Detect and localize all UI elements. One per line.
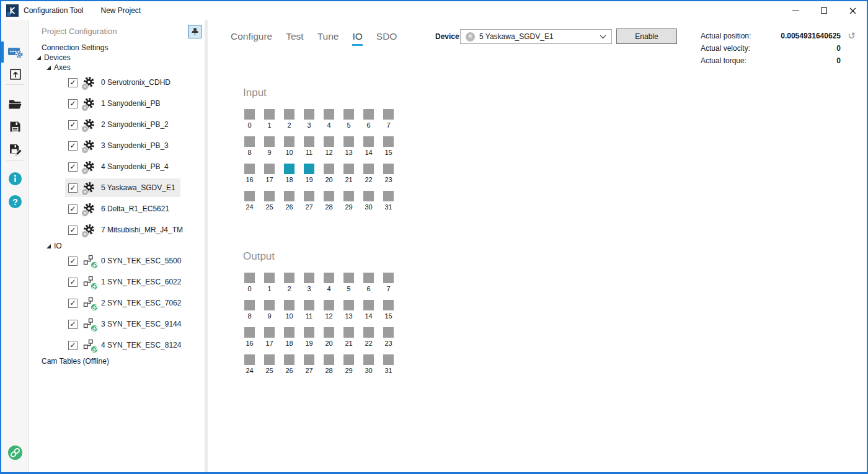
tree-group-io[interactable]: IO — [46, 241, 62, 251]
output-bit-23-indicator[interactable] — [383, 327, 394, 338]
checkbox[interactable]: ✓ — [68, 341, 78, 350]
output-bit-24-indicator[interactable] — [244, 354, 255, 365]
pin-panel-button[interactable] — [188, 25, 202, 38]
tree-item-io-1[interactable]: ✓1 SYN_TEK_ESC_6022 — [65, 273, 180, 291]
checkbox[interactable]: ✓ — [68, 257, 78, 266]
collapse-expander-icon[interactable] — [37, 56, 41, 60]
checkbox[interactable]: ✓ — [68, 162, 78, 172]
tree-item-axis-3[interactable]: ✓×3 Sanyodenki_PB_3 — [65, 136, 180, 155]
tree-item-axis-1[interactable]: ✓×1 Sanyodenki_PB — [65, 94, 180, 113]
checkbox[interactable]: ✓ — [68, 78, 78, 87]
tree-item-io-3[interactable]: ✓3 SYN_TEK_ESC_9144 — [65, 315, 180, 333]
output-bit-19-indicator[interactable] — [304, 327, 314, 338]
output-bit-31-indicator[interactable] — [383, 354, 394, 365]
checkbox[interactable]: ✓ — [68, 226, 78, 235]
checkbox[interactable]: ✓ — [68, 99, 78, 108]
input-bit-27-indicator — [304, 191, 314, 201]
tree-item-io-0[interactable]: ✓0 SYN_TEK_ESC_5500 — [65, 252, 180, 270]
tree-item-axis-0[interactable]: ✓×0 Servotronix_CDHD — [65, 73, 180, 92]
tree-item-cam-tables[interactable]: Cam Tables (Offline) — [42, 356, 109, 366]
checkbox[interactable]: ✓ — [68, 204, 78, 214]
collapse-expander-icon[interactable] — [46, 66, 51, 70]
menu-new-project[interactable]: New Project — [97, 6, 145, 15]
input-bit-30-label: 30 — [363, 203, 374, 211]
output-bit-29-indicator[interactable] — [343, 354, 354, 365]
save-project-as-button[interactable] — [4, 140, 27, 160]
minimize-button[interactable] — [781, 1, 810, 20]
output-bit-20-indicator[interactable] — [324, 327, 334, 338]
input-bit-18-label: 18 — [284, 176, 294, 184]
output-bit-5-indicator[interactable] — [343, 273, 354, 283]
tab-test[interactable]: Test — [286, 31, 303, 46]
output-bit-14-indicator[interactable] — [363, 300, 374, 310]
output-bit-6-indicator[interactable] — [363, 273, 374, 283]
output-bit-30-indicator[interactable] — [363, 354, 374, 365]
tree-item-label: Connection Settings — [42, 43, 108, 52]
checkbox[interactable]: ✓ — [68, 299, 78, 308]
output-bit-cell: 0 — [244, 273, 255, 293]
tree-item-io-2[interactable]: ✓2 SYN_TEK_ESC_7062 — [65, 294, 180, 312]
output-bit-2-indicator[interactable] — [284, 273, 294, 283]
actual-position-value: 0.0054931640625 — [751, 30, 841, 42]
output-bit-9-indicator[interactable] — [264, 300, 275, 310]
tree-item-connection-settings[interactable]: Connection Settings — [42, 43, 108, 53]
app-logo-icon[interactable] — [6, 4, 19, 17]
tree-item-axis-5[interactable]: ✓×5 Yaskawa_SGDV_E1 — [65, 178, 180, 197]
enable-button[interactable]: Enable — [616, 29, 677, 44]
tree-group-axes[interactable]: Axes — [46, 63, 71, 72]
output-bit-6-label: 6 — [363, 285, 374, 293]
close-button[interactable] — [838, 1, 867, 20]
connected-link-icon — [92, 326, 97, 331]
tab-sdo[interactable]: SDO — [376, 31, 397, 46]
output-bit-1-indicator[interactable] — [264, 273, 275, 283]
output-bit-16-indicator[interactable] — [244, 327, 255, 338]
tree-item-io-4[interactable]: ✓4 SYN_TEK_ESC_8124 — [65, 336, 180, 354]
output-bit-0-indicator[interactable] — [244, 273, 255, 283]
output-bit-cell: 12 — [324, 300, 334, 320]
output-bit-26-indicator[interactable] — [284, 354, 294, 365]
input-bit-7-indicator — [383, 109, 394, 120]
checkbox[interactable]: ✓ — [68, 183, 78, 193]
output-bit-13-indicator[interactable] — [343, 300, 354, 310]
reset-position-icon[interactable]: ↺ — [841, 30, 856, 42]
output-bit-17-indicator[interactable] — [264, 327, 275, 338]
tab-configure[interactable]: Configure — [231, 31, 272, 46]
output-bit-3-indicator[interactable] — [304, 273, 314, 283]
info-button[interactable] — [4, 169, 27, 188]
collapse-expander-icon[interactable] — [46, 244, 51, 248]
output-bit-7-indicator[interactable] — [383, 273, 394, 283]
output-bit-4-indicator[interactable] — [324, 273, 334, 283]
output-bit-21-indicator[interactable] — [343, 327, 354, 338]
tree-item-axis-2[interactable]: ✓×2 Sanyodenki_PB_2 — [65, 115, 180, 134]
tab-tune[interactable]: Tune — [317, 31, 339, 46]
import-project-button[interactable] — [4, 64, 27, 84]
output-bit-15-indicator[interactable] — [383, 300, 394, 310]
checkbox[interactable]: ✓ — [68, 320, 78, 329]
output-bit-11-indicator[interactable] — [304, 300, 314, 310]
output-bit-18-indicator[interactable] — [284, 327, 294, 338]
output-bit-28-indicator[interactable] — [324, 354, 334, 365]
output-bit-12-indicator[interactable] — [324, 300, 334, 310]
input-bit-0-indicator — [244, 109, 255, 120]
output-bit-10-indicator[interactable] — [284, 300, 294, 310]
output-bit-22-indicator[interactable] — [363, 327, 374, 338]
maximize-button[interactable] — [810, 1, 838, 20]
tree-item-label: 2 Sanyodenki_PB_2 — [101, 120, 169, 129]
help-button[interactable]: ? — [4, 191, 27, 211]
checkbox[interactable]: ✓ — [68, 278, 78, 287]
open-project-button[interactable] — [4, 94, 27, 114]
tree-item-label: 3 Sanyodenki_PB_3 — [101, 141, 169, 150]
tab-io[interactable]: IO — [352, 31, 362, 46]
checkbox[interactable]: ✓ — [68, 141, 78, 151]
tree-item-axis-6[interactable]: ✓×6 Delta_R1_EC5621 — [65, 200, 180, 218]
tree-item-axis-4[interactable]: ✓×4 Sanyodenki_PB_4 — [65, 157, 180, 176]
save-project-button[interactable] — [4, 116, 27, 136]
device-select[interactable]: × 5 Yaskawa_SGDV_E1 — [460, 29, 612, 44]
output-bit-27-indicator[interactable] — [304, 354, 314, 365]
tree-group-devices[interactable]: Devices — [37, 53, 71, 63]
checkbox[interactable]: ✓ — [68, 120, 78, 129]
tree-item-axis-7[interactable]: ✓×7 Mitsubishi_MR_J4_TM — [65, 221, 180, 239]
output-bit-8-indicator[interactable] — [244, 300, 255, 310]
project-configuration-button[interactable] — [4, 42, 27, 62]
output-bit-25-indicator[interactable] — [264, 354, 275, 365]
